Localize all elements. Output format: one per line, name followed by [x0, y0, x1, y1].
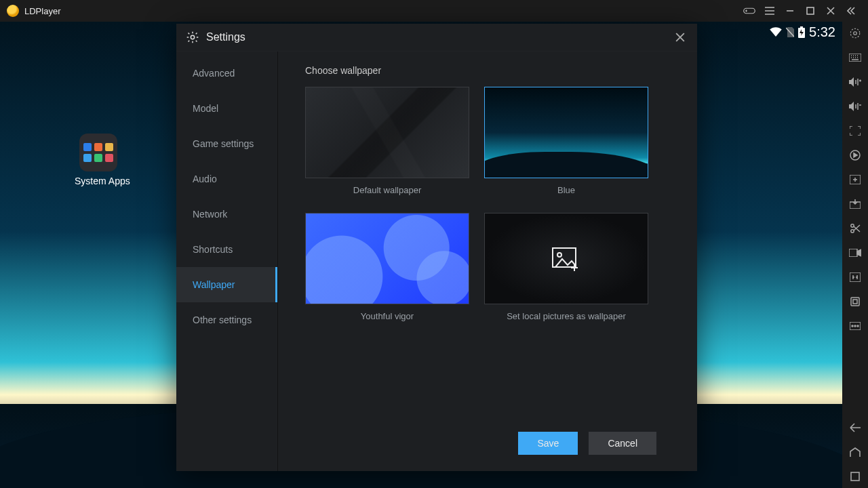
- back-icon[interactable]: [848, 420, 863, 435]
- wallpaper-youthful-vigor[interactable]: Youthful vigor: [305, 213, 469, 321]
- svg-rect-3: [800, 26, 803, 28]
- sidebar-item-shortcuts[interactable]: Shortcuts: [176, 232, 277, 267]
- volume-down-icon[interactable]: [848, 99, 863, 114]
- no-sim-icon: [786, 27, 794, 37]
- settings-dialog: Settings Advanced Model Game settings Au…: [176, 24, 697, 471]
- svg-point-21: [191, 35, 194, 39]
- system-apps-label: System Apps: [75, 176, 122, 186]
- cancel-button[interactable]: Cancel: [589, 432, 656, 455]
- svg-point-5: [850, 28, 860, 38]
- wallpaper-blue[interactable]: Blue: [484, 87, 648, 195]
- keyboard-icon[interactable]: [848, 50, 863, 65]
- wifi-icon: [770, 27, 782, 37]
- gamepad-icon[interactable]: [739, 0, 760, 22]
- svg-point-19: [857, 325, 859, 327]
- sidebar-item-game-settings[interactable]: Game settings: [176, 126, 277, 161]
- sidebar-item-advanced[interactable]: Advanced: [176, 56, 277, 91]
- android-status-bar: 5:32: [763, 22, 842, 42]
- install-apk-icon[interactable]: [848, 197, 863, 211]
- svg-point-4: [854, 32, 857, 35]
- fullscreen-icon[interactable]: [848, 123, 863, 138]
- operation-sync-icon[interactable]: [848, 270, 863, 285]
- wallpaper-set-local[interactable]: Set local pictures as wallpaper: [484, 213, 648, 321]
- sidebar-item-model[interactable]: Model: [176, 91, 277, 126]
- menu-icon[interactable]: [760, 0, 780, 22]
- status-time: 5:32: [809, 24, 835, 40]
- app-title: LDPlayer: [24, 6, 60, 16]
- maximize-button[interactable]: [800, 0, 821, 22]
- wallpaper-label: Set local pictures as wallpaper: [484, 311, 648, 321]
- minimize-button[interactable]: [780, 0, 800, 22]
- sidebar-item-wallpaper[interactable]: Wallpaper: [176, 267, 277, 302]
- settings-title: Settings: [206, 31, 245, 43]
- add-window-icon[interactable]: [848, 172, 863, 187]
- settings-content: Choose wallpaper Default wallpaper Blue …: [278, 52, 697, 471]
- video-record-icon[interactable]: [848, 245, 863, 260]
- svg-rect-13: [850, 272, 861, 282]
- svg-rect-1: [807, 7, 814, 14]
- wallpaper-label: Default wallpaper: [305, 185, 469, 195]
- volume-up-icon[interactable]: [848, 75, 863, 89]
- save-button[interactable]: Save: [518, 432, 578, 455]
- close-button[interactable]: [821, 0, 841, 22]
- recent-apps-icon[interactable]: [848, 469, 863, 484]
- rotate-icon[interactable]: [848, 294, 863, 309]
- more-icon[interactable]: [848, 319, 863, 333]
- sidebar-item-other-settings[interactable]: Other settings: [176, 302, 277, 338]
- svg-point-18: [854, 325, 856, 327]
- side-toolbar: [842, 22, 868, 488]
- svg-rect-14: [851, 298, 859, 306]
- sync-icon[interactable]: [848, 148, 863, 163]
- gear-icon: [186, 30, 199, 44]
- scissors-icon[interactable]: [848, 221, 863, 236]
- section-title: Choose wallpaper: [305, 65, 677, 76]
- wallpaper-label: Blue: [484, 185, 648, 195]
- settings-gear-icon[interactable]: [848, 26, 863, 41]
- image-add-icon: [551, 247, 581, 271]
- svg-rect-22: [553, 248, 576, 267]
- svg-rect-12: [849, 249, 857, 257]
- settings-sidebar: Advanced Model Game settings Audio Netwo…: [176, 52, 278, 471]
- sidebar-item-network[interactable]: Network: [176, 197, 277, 232]
- titlebar: LDPlayer: [0, 0, 868, 22]
- settings-header: Settings: [176, 24, 697, 51]
- settings-close-button[interactable]: [673, 30, 688, 45]
- collapse-sidebar-icon[interactable]: [841, 0, 861, 22]
- svg-rect-20: [851, 472, 859, 481]
- sidebar-item-audio[interactable]: Audio: [176, 161, 277, 197]
- svg-point-17: [852, 325, 853, 327]
- app-logo: [7, 5, 19, 17]
- battery-icon: [798, 26, 805, 38]
- wallpaper-label: Youthful vigor: [305, 311, 469, 321]
- svg-rect-15: [853, 300, 857, 304]
- svg-point-23: [557, 253, 561, 257]
- system-apps-folder[interactable]: System Apps: [75, 134, 122, 186]
- wallpaper-default[interactable]: Default wallpaper: [305, 87, 469, 195]
- home-icon[interactable]: [848, 445, 863, 460]
